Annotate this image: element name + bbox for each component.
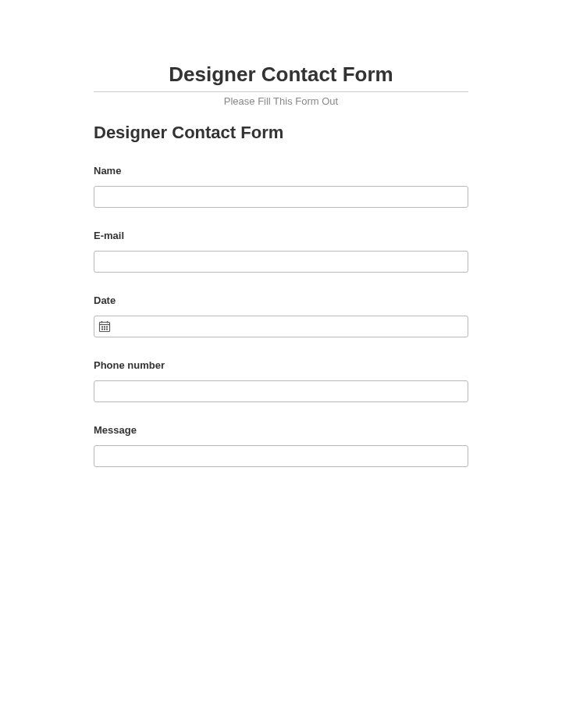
- message-field-group: Message: [94, 424, 468, 467]
- phone-input[interactable]: [94, 380, 468, 402]
- phone-label: Phone number: [94, 359, 468, 371]
- email-field-group: E-mail: [94, 230, 468, 273]
- header-divider: [94, 91, 468, 92]
- page-subtitle: Please Fill This Form Out: [94, 95, 468, 107]
- email-label: E-mail: [94, 230, 468, 241]
- date-label: Date: [94, 294, 468, 306]
- page-title: Designer Contact Form: [94, 62, 468, 87]
- date-input[interactable]: [94, 316, 468, 337]
- form-title: Designer Contact Form: [94, 123, 468, 143]
- phone-field-group: Phone number: [94, 359, 468, 402]
- email-input[interactable]: [94, 251, 468, 273]
- name-field-group: Name: [94, 165, 468, 208]
- date-input-wrapper: [94, 316, 468, 337]
- name-input[interactable]: [94, 186, 468, 208]
- message-input[interactable]: [94, 445, 468, 467]
- name-label: Name: [94, 165, 468, 177]
- message-label: Message: [94, 424, 468, 436]
- date-field-group: Date: [94, 294, 468, 337]
